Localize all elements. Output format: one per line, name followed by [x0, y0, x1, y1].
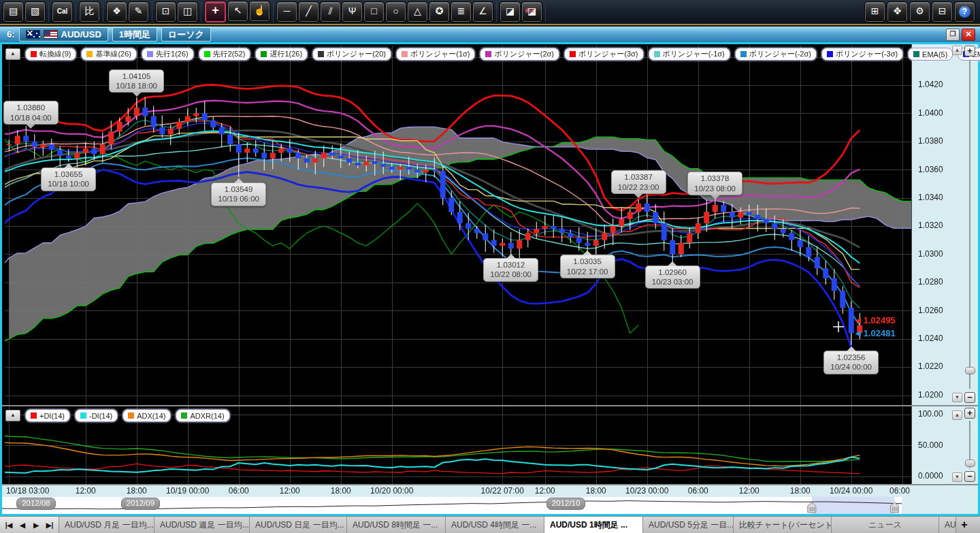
tab-first-button[interactable]: |◀ [3, 521, 15, 529]
window-number: 6: [7, 29, 15, 39]
chart-tab[interactable]: ニュース [832, 517, 939, 533]
erase-all-button[interactable]: ◪ALL [522, 2, 542, 22]
triangle-tool-button[interactable]: △ [408, 2, 427, 22]
chart-tab[interactable]: AUD/USD 日足 一目均... [250, 517, 347, 533]
crosshair-tool-button[interactable]: + [205, 1, 226, 22]
indicator-pill[interactable]: ボリンジャー(2σ) [480, 48, 559, 61]
indicator-label: +DI(14) [39, 412, 65, 420]
indicator-settings-button[interactable]: ❖ [107, 2, 127, 22]
indicator-pill[interactable]: 先行1(26) [142, 48, 194, 61]
indicator-pill[interactable]: ボリンジャー(-1σ) [649, 48, 730, 61]
new-chart-button[interactable]: ▧ [25, 2, 45, 22]
indicator-pill[interactable]: -DI(14) [75, 409, 118, 422]
indicator-label: 先行2(52) [213, 49, 246, 59]
app-settings-button[interactable]: ⚙ [910, 2, 930, 22]
indicator-pill[interactable]: 先行2(52) [199, 48, 251, 61]
eraser-button[interactable]: ◪ [500, 2, 520, 22]
indicator-pill[interactable]: 遅行1(26) [255, 48, 308, 61]
add-tab-button[interactable]: + [956, 517, 973, 533]
indicator-color-swatch [86, 51, 93, 57]
indicator-pill[interactable]: +DI(14) [25, 409, 70, 422]
fibonacci-tool-button[interactable]: ≣ [451, 2, 471, 22]
indicator-label: ボリンジャー(-2σ) [749, 49, 811, 59]
indicator-pill[interactable]: ボリンジャー(-2σ) [735, 48, 817, 61]
tab-prev-button[interactable]: ◀ [16, 521, 29, 529]
indicator-pill[interactable]: ボリンジャー(3σ) [564, 48, 644, 61]
annotation-time: 10/18 10:00 [48, 179, 89, 189]
ellipse-tool-button[interactable]: ○ [386, 2, 406, 22]
chart-tab[interactable]: AUD/USD 月足 一目均... [59, 517, 154, 533]
chart-list-button[interactable]: ▤ [3, 2, 23, 22]
main-zoom-slider-handle[interactable] [965, 367, 975, 374]
chart-tab[interactable]: AUD/USD 4時間足 一... [446, 517, 544, 533]
fan-lines-tool-button[interactable]: ∠ [473, 2, 493, 22]
indicator-pill[interactable]: 基準線(26) [81, 48, 137, 61]
chart-tab[interactable]: AUD/USD 8時間足 一... [347, 517, 446, 533]
main-scroll-up-button[interactable]: ▲ [952, 46, 962, 55]
ask-price-tag: ◀1.02495 [855, 315, 896, 325]
timeframe-selector[interactable]: 1時間足 [112, 27, 157, 42]
price-value: 1.02495 [864, 315, 896, 325]
sub-zoom-slider-handle[interactable] [965, 459, 975, 467]
rectangle-tool-button[interactable]: □ [364, 2, 384, 22]
indicator-pill[interactable]: ボリンジャー(1σ) [396, 48, 476, 61]
indicator-pill[interactable]: ボリンジャー(20) [312, 48, 391, 61]
chart-tab[interactable]: 比較チャート(パーセント... [734, 517, 832, 533]
chart-tab[interactable]: AUD [939, 517, 956, 533]
restore-window-button[interactable]: ❐ [946, 29, 960, 41]
chart-tab[interactable]: AUD/USD 5分足 一目... [643, 517, 734, 533]
indicator-label: 遅行1(26) [270, 49, 302, 59]
calendar-button[interactable]: Cal [52, 2, 72, 22]
indicator-pill[interactable]: 転換線(9) [25, 48, 76, 61]
parallel-lines-tool-button[interactable]: ⫽ [321, 2, 340, 22]
chart-annotation: 1.0365510/18 10:00 [41, 167, 96, 191]
print-button[interactable]: ⊟ [932, 2, 952, 22]
sub-scroll-up-button[interactable]: ▲ [952, 410, 962, 420]
chart-tab[interactable]: AUD/USD 週足 一目均... [154, 517, 250, 533]
pair-selector[interactable]: AUD/USD [19, 27, 108, 42]
select-tool-button[interactable]: ↖ [228, 1, 248, 21]
chart-annotation: 1.0410510/18 18:00 [109, 69, 164, 93]
indicator-color-swatch [204, 51, 210, 57]
pitchfork-tool-button[interactable]: Ψ [342, 2, 362, 22]
indicator-pill[interactable]: ボリンジャー(-3σ) [821, 48, 903, 61]
sub-zoom-out-button[interactable]: − [964, 471, 975, 482]
main-zoom-in-button[interactable]: + [964, 46, 975, 56]
indicator-color-swatch [31, 413, 37, 419]
legend-collapse-button[interactable]: ▲ [5, 410, 20, 421]
annotation-price: 1.03549 [218, 184, 259, 194]
indicator-pill[interactable]: ADX(14) [122, 409, 171, 422]
chart-type-selector[interactable]: ローソク [161, 27, 211, 42]
indicator-color-swatch [740, 51, 747, 57]
hline-tool-button[interactable]: ─ [277, 2, 297, 22]
chart-tab[interactable]: AUD/USD 1時間足 ... [544, 517, 643, 533]
save-button[interactable]: ◫ [178, 2, 197, 22]
indicator-label: ADXR(14) [190, 412, 224, 420]
indicator-color-swatch [31, 51, 37, 57]
draw-pencil-button[interactable]: ✎ [129, 2, 148, 22]
sub-scroll-down-button[interactable]: ▼ [952, 472, 962, 482]
fullscreen-button[interactable]: ✥ [887, 2, 907, 22]
main-scroll-down-button[interactable]: ▼ [952, 393, 962, 402]
main-zoom-out-button[interactable]: − [964, 392, 975, 403]
indicator-pill[interactable]: ADXR(14) [176, 409, 229, 422]
pentagon-tool-button[interactable]: ✪ [429, 2, 449, 22]
sub-zoom-in-button[interactable]: + [964, 408, 975, 419]
tab-last-button[interactable]: ▶| [44, 521, 56, 529]
indicator-pill[interactable]: EMA(5) [908, 48, 953, 61]
toolbar-right-group: ⊞✥⚙⊟? [865, 2, 975, 22]
chart-settings-button[interactable]: ⊡ [156, 2, 176, 22]
month-marker: 2012/10 [546, 498, 586, 510]
trendline-tool-button[interactable]: ╱ [299, 2, 318, 22]
cascade-windows-button[interactable]: ⊞ [865, 2, 885, 22]
help-button[interactable]: ? [955, 2, 975, 22]
price-arrow-icon: ◀ [855, 317, 861, 324]
tab-next-button[interactable]: ▶ [30, 521, 42, 529]
toolbar-group: ⊡◫ [156, 2, 201, 22]
month-marker: 2012/09 [121, 498, 161, 510]
close-window-button[interactable]: ✕ [962, 29, 975, 41]
main-zoom-slider-track[interactable] [969, 61, 970, 389]
pan-tool-button[interactable]: ☝ [250, 1, 270, 21]
legend-collapse-button[interactable]: ▲ [5, 48, 20, 60]
compare-button[interactable]: 比 [80, 2, 99, 22]
